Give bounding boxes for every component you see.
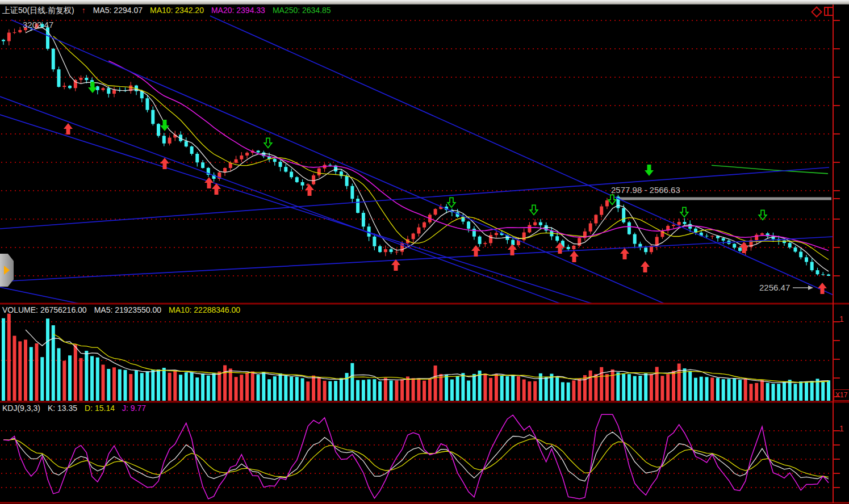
ma250-legend: MA250: 2634.85: [273, 5, 331, 15]
trading-terminal-screen: 上证50(日线.前复权) ↑ MA5: 2294.07 MA10: 2342.2…: [0, 0, 849, 504]
window-top-edge: [0, 0, 849, 5]
kdj-d-legend: D: 15.14: [85, 403, 115, 413]
chart-canvas[interactable]: [0, 0, 849, 504]
last-price-label: 2256.47: [759, 283, 790, 292]
split-window-icon[interactable]: [824, 7, 834, 16]
flyout-arrow-icon: [4, 266, 10, 275]
split-window-icon-bar: [827, 8, 829, 15]
volume-ma5-legend: MA5: 21923550.00: [94, 305, 161, 315]
kdj-k-legend: K: 13.35: [48, 403, 77, 413]
main-chart-header: 上证50(日线.前复权) ↑ MA5: 2294.07 MA10: 2342.2…: [2, 5, 331, 15]
gap-range-label: 2577.98 - 2566.63: [611, 185, 680, 195]
volume-panel-header: VOLUME: 26756216.00 MA5: 21923550.00 MA1…: [2, 305, 240, 315]
sidebar-flyout-handle[interactable]: [0, 254, 14, 287]
ma5-legend: MA5: 2294.07: [93, 5, 143, 15]
zoom-scale-box[interactable]: X17: [834, 389, 849, 401]
kdj-axis-label: 1: [839, 424, 844, 433]
kdj-panel-header: KDJ(9,3,3) K: 13.35 D: 15.14 J: 9.77: [2, 403, 146, 413]
up-arrow-icon: ↑: [82, 5, 86, 15]
volume-axis-label: 1: [839, 314, 844, 324]
kdj-j-legend: J: 9.77: [122, 403, 146, 413]
ma20-legend: MA20: 2394.33: [211, 5, 265, 15]
ma10-legend: MA10: 2342.20: [150, 5, 204, 15]
volume-legend: VOLUME: 26756216.00: [2, 305, 87, 315]
kdj-title: KDJ(9,3,3): [2, 403, 40, 413]
symbol-title: 上证50(日线.前复权): [2, 5, 74, 15]
period-high-label: 3202.47: [23, 20, 53, 30]
volume-ma10-legend: MA10: 22288346.00: [169, 305, 240, 315]
